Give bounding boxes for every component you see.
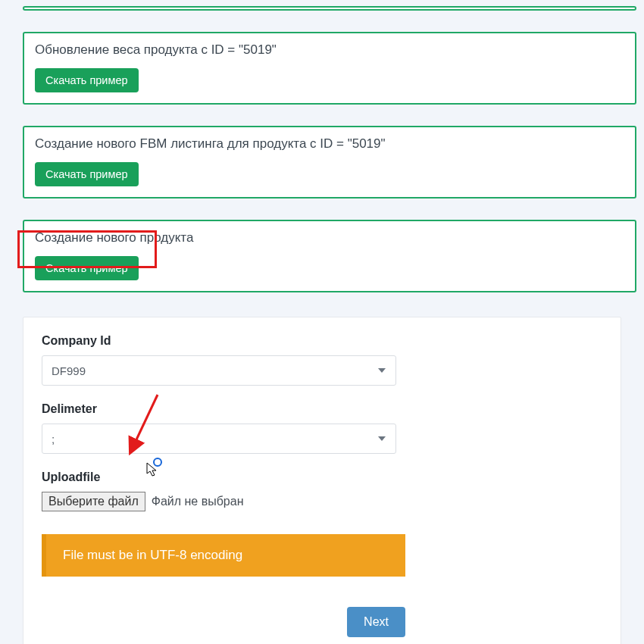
- panel-sliver-top: [23, 6, 636, 11]
- panel-title: Создание нового продукта: [35, 230, 624, 245]
- panel-update-weight: Обновление веса продукта с ID = "5019" С…: [23, 32, 636, 105]
- download-example-button[interactable]: Скачать пример: [35, 162, 139, 186]
- company-id-group: Company Id DF999: [42, 334, 602, 386]
- panel-title: Создание нового FBM листинга для продукт…: [35, 136, 624, 152]
- panel-create-product: Создание нового продукта Скачать пример: [23, 220, 636, 292]
- panel-title: Обновление веса продукта с ID = "5019": [35, 42, 624, 58]
- download-example-button[interactable]: Скачать пример: [35, 256, 139, 280]
- delimiter-label: Delimeter: [42, 402, 602, 416]
- encoding-alert: File must be in UTF-8 encoding: [42, 534, 405, 577]
- choose-file-button[interactable]: Выберите файл: [42, 492, 145, 511]
- delimiter-select[interactable]: ;: [42, 424, 396, 454]
- upload-group: Uploadfile Выберите файл Файл не выбран: [42, 470, 602, 511]
- next-button[interactable]: Next: [347, 607, 405, 637]
- upload-label: Uploadfile: [42, 470, 602, 484]
- upload-form: Company Id DF999 Delimeter ; Uploadfile …: [23, 317, 621, 644]
- company-id-label: Company Id: [42, 334, 602, 348]
- file-status-text: Файл не выбран: [152, 495, 244, 508]
- download-example-button[interactable]: Скачать пример: [35, 68, 139, 92]
- panel-create-fbm-listing: Создание нового FBM листинга для продукт…: [23, 126, 636, 199]
- company-id-select[interactable]: DF999: [42, 355, 396, 386]
- delimiter-group: Delimeter ;: [42, 402, 602, 454]
